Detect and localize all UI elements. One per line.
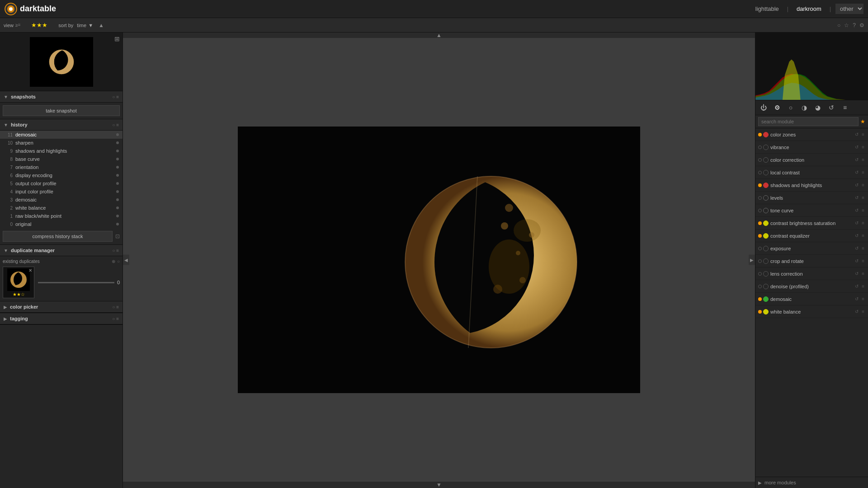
- compress-history-btn[interactable]: compress history stack: [3, 231, 113, 242]
- mod-reset-7[interactable]: ↺: [854, 220, 859, 226]
- history-item-6[interactable]: 5 output color profile: [0, 179, 123, 188]
- module-item-2[interactable]: color correction ↺ ≡: [755, 154, 868, 166]
- center-top-collapse[interactable]: ▲: [123, 33, 755, 38]
- history-item-11[interactable]: 0 original: [0, 220, 123, 228]
- module-item-12[interactable]: denoise (profiled) ↺ ≡: [755, 280, 868, 293]
- mod-reset-0[interactable]: ↺: [854, 131, 859, 137]
- nav-darkroom[interactable]: darkroom: [793, 4, 825, 14]
- history-item-7[interactable]: 4 input color profile: [0, 188, 123, 196]
- search-favorite-icon[interactable]: ★: [860, 118, 865, 125]
- mod-dot-4[interactable]: [763, 183, 769, 188]
- module-item-9[interactable]: exposure ↺ ≡: [755, 242, 868, 255]
- mod-dot-12[interactable]: [763, 284, 769, 289]
- compress-icon[interactable]: ⊡: [115, 233, 120, 239]
- history-item-2[interactable]: 9 shadows and highlights: [0, 147, 123, 155]
- mod-preset-6[interactable]: ≡: [861, 207, 865, 213]
- mod-dot-11[interactable]: [763, 271, 769, 277]
- mod-dot-2[interactable]: [763, 157, 769, 163]
- mod-dot-6[interactable]: [763, 208, 769, 213]
- search-module-input[interactable]: [758, 117, 859, 126]
- toolbar-icon-2[interactable]: ☆: [844, 22, 849, 28]
- mod-dot-5[interactable]: [763, 195, 769, 201]
- mod-preset-11[interactable]: ≡: [861, 271, 865, 277]
- toolbar-icon-3[interactable]: ?: [853, 22, 856, 28]
- mod-reset-1[interactable]: ↺: [854, 144, 859, 150]
- mod-icon-reset[interactable]: ↺: [826, 102, 837, 113]
- toolbar-icon-4[interactable]: ⚙: [859, 22, 864, 28]
- mod-reset-6[interactable]: ↺: [854, 207, 859, 213]
- mod-icon-presets[interactable]: ≡: [840, 102, 850, 113]
- mod-icon-color[interactable]: ◕: [812, 102, 823, 113]
- mod-preset-7[interactable]: ≡: [861, 220, 865, 226]
- mod-dot-0[interactable]: [763, 132, 769, 137]
- tagging-header[interactable]: ▶ tagging ○ ≡: [0, 313, 123, 324]
- mod-reset-8[interactable]: ↺: [854, 233, 859, 239]
- module-item-6[interactable]: tone curve ↺ ≡: [755, 204, 868, 217]
- mod-reset-2[interactable]: ↺: [854, 157, 859, 163]
- mod-reset-5[interactable]: ↺: [854, 195, 859, 201]
- mod-icon-gear[interactable]: ⚙: [772, 102, 783, 113]
- module-item-11[interactable]: lens correction ↺ ≡: [755, 267, 868, 280]
- mod-reset-3[interactable]: ↺: [854, 169, 859, 175]
- center-bottom-collapse[interactable]: ▼: [123, 482, 755, 488]
- mod-preset-12[interactable]: ≡: [861, 283, 865, 289]
- mod-preset-9[interactable]: ≡: [861, 245, 865, 251]
- duplicate-manager-section-header[interactable]: ▼ duplicate manager ○ ≡: [0, 245, 123, 256]
- dup-thumbnail[interactable]: ✕ ★★☆: [3, 267, 34, 298]
- mod-icon-power[interactable]: ⏻: [758, 102, 769, 113]
- history-item-5[interactable]: 6 display encoding: [0, 171, 123, 179]
- mod-preset-8[interactable]: ≡: [861, 233, 865, 239]
- toolbar-sort-value[interactable]: time ▼: [77, 23, 93, 28]
- mod-preset-14[interactable]: ≡: [861, 309, 865, 314]
- history-item-0[interactable]: 11 demosaic: [0, 131, 123, 139]
- module-item-3[interactable]: local contrast ↺ ≡: [755, 166, 868, 179]
- history-item-8[interactable]: 3 demosaic: [0, 196, 123, 204]
- history-item-3[interactable]: 8 base curve: [0, 155, 123, 163]
- module-item-14[interactable]: white balance ↺ ≡: [755, 305, 868, 318]
- mod-preset-3[interactable]: ≡: [861, 169, 865, 175]
- mod-icon-half-circle[interactable]: ◑: [799, 102, 810, 113]
- toolbar-view[interactable]: view ≥=: [4, 23, 20, 28]
- module-item-10[interactable]: crop and rotate ↺ ≡: [755, 255, 868, 267]
- mod-preset-13[interactable]: ≡: [861, 296, 865, 302]
- mod-reset-13[interactable]: ↺: [854, 296, 859, 302]
- toolbar-up-arrow[interactable]: ▲: [99, 22, 104, 28]
- mod-preset-10[interactable]: ≡: [861, 258, 865, 264]
- history-item-10[interactable]: 1 raw black/white point: [0, 212, 123, 220]
- module-item-7[interactable]: contrast brightness saturation ↺ ≡: [755, 217, 868, 230]
- color-picker-header[interactable]: ▶ color picker ○ ≡: [0, 301, 123, 313]
- mod-dot-14[interactable]: [763, 309, 769, 314]
- mod-reset-11[interactable]: ↺: [854, 271, 859, 277]
- dup-copy-icon[interactable]: ⊕: [112, 259, 115, 264]
- nav-lighttable[interactable]: lighttable: [752, 4, 783, 14]
- mod-reset-10[interactable]: ↺: [854, 258, 859, 264]
- module-item-1[interactable]: vibrance ↺ ≡: [755, 141, 868, 154]
- mod-icon-circle[interactable]: ○: [785, 102, 796, 113]
- history-item-9[interactable]: 2 white balance: [0, 204, 123, 212]
- mod-preset-5[interactable]: ≡: [861, 195, 865, 201]
- dup-stars[interactable]: ★★☆: [13, 292, 25, 297]
- mod-reset-12[interactable]: ↺: [854, 283, 859, 289]
- mod-dot-1[interactable]: [763, 145, 769, 150]
- module-item-4[interactable]: shadows and highlights ↺ ≡: [755, 179, 868, 192]
- expand-thumbnail-btn[interactable]: ⊞: [114, 35, 120, 42]
- mod-preset-2[interactable]: ≡: [861, 157, 865, 163]
- history-section-header[interactable]: ▼ history ○ ≡: [0, 119, 123, 131]
- mod-reset-9[interactable]: ↺: [854, 245, 859, 251]
- mod-reset-14[interactable]: ↺: [854, 309, 859, 314]
- history-item-4[interactable]: 7 orientation: [0, 163, 123, 171]
- history-item-1[interactable]: 10 sharpen: [0, 139, 123, 147]
- mod-dot-10[interactable]: [763, 258, 769, 264]
- mod-dot-3[interactable]: [763, 170, 769, 175]
- dup-close-btn[interactable]: ✕: [28, 268, 32, 273]
- snapshots-section-header[interactable]: ▼ snapshots ○ ≡: [0, 91, 123, 103]
- mod-preset-4[interactable]: ≡: [861, 182, 865, 188]
- module-item-8[interactable]: contrast equalizer ↺ ≡: [755, 230, 868, 242]
- mod-dot-13[interactable]: [763, 296, 769, 302]
- toolbar-stars[interactable]: ★★★: [31, 22, 47, 28]
- module-item-5[interactable]: levels ↺ ≡: [755, 192, 868, 204]
- collapse-left-btn[interactable]: ◀: [123, 255, 129, 265]
- module-item-13[interactable]: demosaic ↺ ≡: [755, 293, 868, 305]
- take-snapshot-btn[interactable]: take snapshot: [3, 105, 120, 116]
- mod-dot-9[interactable]: [763, 246, 769, 251]
